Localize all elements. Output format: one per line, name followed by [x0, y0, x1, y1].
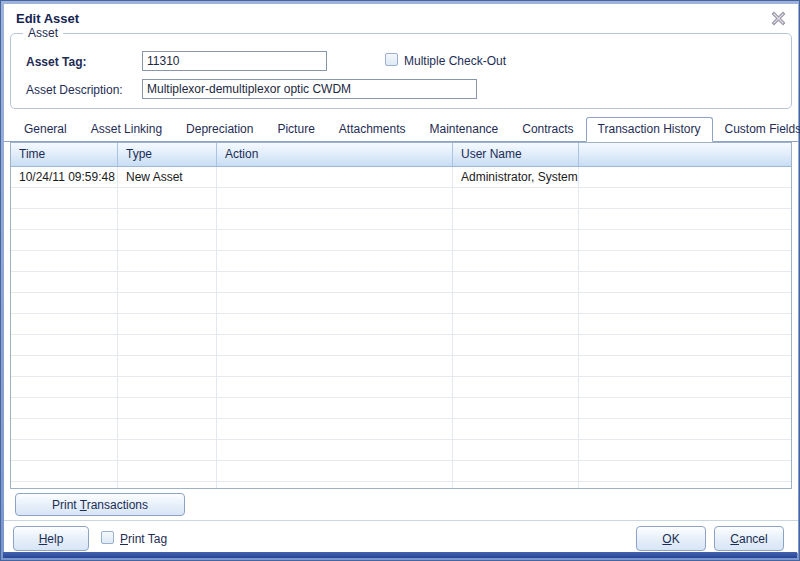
tab-attachments[interactable]: Attachments [327, 117, 418, 141]
table-cell [579, 230, 791, 250]
table-cell [579, 314, 791, 334]
table-cell [453, 440, 579, 460]
table-cell [453, 419, 579, 439]
table-row[interactable] [11, 419, 791, 440]
tab-general[interactable]: General [12, 117, 79, 141]
table-cell [11, 314, 118, 334]
title-bar: Edit Asset [4, 4, 798, 32]
table-cell [579, 209, 791, 229]
table-cell [453, 377, 579, 397]
asset-group-box: Asset Asset Tag: Multiple Check-Out Asse… [10, 33, 792, 109]
table-cell [118, 440, 217, 460]
close-icon[interactable] [771, 11, 786, 26]
table-cell [579, 482, 791, 489]
table-cell [453, 188, 579, 208]
tab-custom-fields[interactable]: Custom Fields [713, 117, 800, 141]
table-cell [11, 293, 118, 313]
table-row[interactable] [11, 482, 791, 489]
multiple-checkout-checkbox[interactable] [385, 53, 398, 66]
asset-tag-label: Asset Tag: [26, 55, 86, 69]
asset-group-legend: Asset [23, 26, 63, 40]
table-cell [579, 272, 791, 292]
tab-maintenance[interactable]: Maintenance [418, 117, 511, 141]
table-row[interactable] [11, 272, 791, 293]
cell-user-name: Administrator, System [453, 167, 579, 187]
table-row[interactable] [11, 335, 791, 356]
table-cell [453, 398, 579, 418]
asset-description-input[interactable] [142, 79, 477, 99]
table-cell [217, 188, 453, 208]
table-cell [11, 209, 118, 229]
column-header-type[interactable]: Type [118, 143, 217, 166]
table-row[interactable] [11, 461, 791, 482]
ok-button[interactable]: OK [636, 526, 706, 551]
table-cell [118, 377, 217, 397]
table-cell [579, 461, 791, 481]
table-cell [217, 356, 453, 376]
table-cell [579, 251, 791, 271]
table-cell [453, 335, 579, 355]
table-header: Time Type Action User Name [11, 143, 791, 167]
transactions-table: Time Type Action User Name 10/24/11 09:5… [10, 142, 792, 489]
table-cell [217, 440, 453, 460]
tab-picture[interactable]: Picture [265, 117, 326, 141]
table-cell [453, 209, 579, 229]
column-header-time[interactable]: Time [11, 143, 118, 166]
table-cell [217, 251, 453, 271]
table-cell [11, 440, 118, 460]
table-cell [453, 356, 579, 376]
print-tag-checkbox[interactable] [101, 531, 114, 544]
table-cell [217, 482, 453, 489]
asset-tag-input[interactable] [142, 51, 327, 71]
dialog-bottom-strip [3, 552, 797, 558]
help-button[interactable]: Help [13, 526, 89, 551]
table-cell [118, 356, 217, 376]
tab-contracts[interactable]: Contracts [510, 117, 585, 141]
table-row[interactable] [11, 209, 791, 230]
table-cell [579, 440, 791, 460]
table-row[interactable] [11, 188, 791, 209]
cell-action [217, 167, 453, 187]
table-cell [11, 251, 118, 271]
table-cell [579, 188, 791, 208]
dialog-frame: Edit Asset Asset Asset Tag: Multiple Che… [0, 0, 800, 561]
edit-asset-dialog: Edit Asset Asset Asset Tag: Multiple Che… [4, 4, 798, 553]
table-cell [118, 188, 217, 208]
table-cell [11, 398, 118, 418]
table-row[interactable] [11, 251, 791, 272]
footer-divider [4, 520, 798, 521]
table-cell [11, 335, 118, 355]
table-cell [579, 419, 791, 439]
table-cell [11, 356, 118, 376]
table-cell [11, 230, 118, 250]
table-row[interactable]: 10/24/11 09:59:48 New Asset Administrato… [11, 167, 791, 188]
table-row[interactable] [11, 230, 791, 251]
table-row[interactable] [11, 314, 791, 335]
cell-type: New Asset [118, 167, 217, 187]
tab-depreciation[interactable]: Depreciation [174, 117, 265, 141]
table-row[interactable] [11, 377, 791, 398]
tab-transaction-history[interactable]: Transaction History [586, 117, 713, 142]
table-cell [579, 377, 791, 397]
table-row[interactable] [11, 440, 791, 461]
table-cell [453, 272, 579, 292]
table-row[interactable] [11, 293, 791, 314]
table-cell [118, 314, 217, 334]
table-cell [453, 230, 579, 250]
column-header-action[interactable]: Action [217, 143, 453, 166]
table-row[interactable] [11, 356, 791, 377]
table-cell [217, 272, 453, 292]
tab-strip: General Asset Linking Depreciation Pictu… [4, 117, 798, 142]
table-cell [579, 356, 791, 376]
table-row[interactable] [11, 398, 791, 419]
asset-description-label: Asset Description: [26, 83, 123, 97]
print-transactions-button[interactable]: Print Transactions [15, 493, 185, 516]
table-cell [217, 419, 453, 439]
column-header-user-name[interactable]: User Name [453, 143, 579, 166]
table-cell [118, 251, 217, 271]
tab-asset-linking[interactable]: Asset Linking [79, 117, 174, 141]
print-tag-label: Print Tag [120, 532, 167, 546]
table-cell [453, 293, 579, 313]
cancel-button[interactable]: Cancel [714, 526, 784, 551]
table-cell [118, 272, 217, 292]
